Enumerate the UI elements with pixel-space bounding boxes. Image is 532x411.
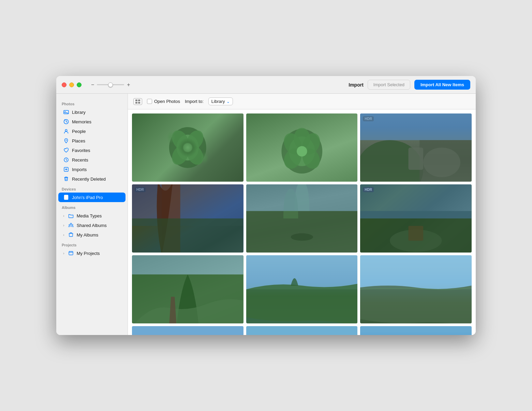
photo-overlay-1: [132, 113, 243, 182]
sidebar-label-places: Places: [72, 138, 85, 143]
sidebar-item-places[interactable]: Places: [58, 136, 125, 146]
photo-cell-7[interactable]: [132, 255, 243, 323]
photo-cell-9[interactable]: [360, 255, 472, 323]
library-select[interactable]: Library ⌄: [208, 97, 233, 105]
sidebar-label-my-albums: My Albums: [77, 232, 99, 238]
minimize-button[interactable]: [69, 82, 74, 87]
close-button[interactable]: [62, 82, 66, 87]
sidebar-item-recents[interactable]: Recents: [58, 155, 125, 165]
import-selected-button[interactable]: Import Selected: [368, 80, 410, 90]
svg-point-47: [390, 230, 442, 252]
zoom-out-button[interactable]: −: [91, 82, 94, 88]
sidebar-item-people[interactable]: People: [58, 126, 125, 136]
svg-rect-45: [360, 211, 472, 253]
svg-rect-51: [246, 255, 358, 289]
photo-cell-5[interactable]: [246, 184, 358, 253]
sidebar-label-shared-albums: Shared Albums: [77, 223, 107, 228]
sidebar-item-my-projects[interactable]: › My Projects: [58, 248, 125, 258]
expand-icon-2: ›: [63, 223, 64, 227]
sidebar-label-memories: Memories: [72, 119, 91, 124]
photo-overlay-9: [360, 255, 472, 323]
sidebar-label-library: Library: [72, 110, 86, 115]
svg-point-19: [169, 127, 206, 168]
zoom-in-button[interactable]: +: [127, 82, 130, 88]
svg-rect-15: [135, 100, 137, 101]
svg-point-12: [72, 225, 73, 226]
photo-cell-12[interactable]: [360, 326, 472, 335]
sidebar-label-ipad-pro: John's iPad Pro: [72, 195, 103, 200]
photo-overlay-12: [360, 326, 472, 335]
svg-point-28: [280, 130, 305, 157]
photo-cell-3[interactable]: HDR: [360, 113, 472, 182]
photo-cell-6[interactable]: HDR: [360, 184, 472, 253]
sidebar-item-recently-deleted[interactable]: Recently Deleted: [58, 174, 125, 184]
svg-rect-36: [420, 140, 472, 182]
sidebar-item-my-albums[interactable]: › My Albums: [58, 230, 125, 240]
sidebar-label-imports: Imports: [72, 167, 87, 172]
open-photos-option: Open Photos: [147, 99, 180, 104]
import-all-button[interactable]: Import All New Items: [414, 80, 470, 90]
photo-cell-11[interactable]: [246, 326, 358, 335]
svg-rect-13: [69, 233, 73, 237]
svg-rect-14: [69, 252, 73, 255]
sidebar-item-media-types[interactable]: › Media Types: [58, 211, 125, 220]
sidebar-item-favorites[interactable]: Favorites: [58, 146, 125, 155]
people-icon: [63, 128, 69, 134]
svg-point-22: [183, 127, 207, 153]
photo-overlay-2: [246, 113, 358, 182]
main-window: − + Import Import Selected Import All Ne…: [56, 76, 476, 335]
photo-overlay-8: [246, 255, 358, 323]
photo-cell-8[interactable]: [246, 255, 358, 323]
hdr-badge-4: HDR: [135, 187, 146, 192]
svg-point-3: [65, 130, 67, 132]
maximize-button[interactable]: [77, 82, 82, 87]
svg-point-10: [70, 223, 72, 225]
svg-rect-49: [132, 255, 243, 274]
grid-view-button[interactable]: [133, 98, 142, 105]
photo-cell-2[interactable]: [246, 113, 358, 182]
svg-rect-52: [360, 255, 472, 289]
svg-rect-40: [162, 184, 180, 253]
svg-point-23: [168, 142, 192, 168]
svg-rect-8: [65, 196, 68, 199]
content-toolbar: Open Photos Import to: Library ⌄: [128, 94, 476, 109]
svg-rect-17: [135, 102, 137, 104]
expand-icon-3: ›: [63, 233, 64, 237]
svg-point-21: [168, 127, 192, 153]
svg-point-4: [66, 140, 67, 141]
sidebar: Photos Library: [56, 94, 128, 335]
expand-icon: ›: [63, 214, 64, 218]
sidebar-label-favorites: Favorites: [72, 148, 90, 153]
sidebar-item-ipad-pro[interactable]: John's iPad Pro: [58, 193, 125, 202]
svg-rect-43: [246, 184, 358, 211]
svg-rect-55: [360, 326, 472, 335]
sidebar-section-devices: Devices John's iPad Pro: [56, 184, 128, 202]
svg-point-20: [177, 135, 199, 161]
svg-point-30: [294, 128, 310, 149]
sidebar-item-shared-albums[interactable]: › Shared Albums: [58, 220, 125, 230]
main-content: Photos Library: [56, 94, 476, 335]
svg-point-31: [281, 146, 304, 172]
open-photos-label: Open Photos: [154, 99, 180, 104]
zoom-slider[interactable]: [97, 84, 124, 85]
sidebar-item-memories[interactable]: Memories: [58, 117, 125, 126]
photo-cell-1[interactable]: [132, 113, 243, 182]
photo-cell-10[interactable]: [132, 326, 243, 335]
svg-point-37: [423, 148, 460, 177]
svg-rect-54: [246, 326, 358, 335]
photo-overlay-11: [246, 326, 358, 335]
favorites-icon: [63, 147, 69, 153]
sidebar-label-media-types: Media Types: [77, 213, 102, 218]
sidebar-item-imports[interactable]: Imports: [58, 165, 125, 174]
photo-cell-4[interactable]: HDR: [132, 184, 243, 253]
open-photos-checkbox[interactable]: [147, 99, 152, 104]
sidebar-label-recents: Recents: [72, 157, 88, 163]
photo-grid: HDR HDR: [128, 109, 476, 335]
expand-icon-4: ›: [63, 251, 64, 255]
memories-icon: [63, 119, 69, 125]
svg-rect-34: [360, 113, 472, 140]
sidebar-item-library[interactable]: Library: [58, 107, 125, 117]
svg-point-35: [360, 140, 423, 182]
svg-rect-48: [409, 226, 424, 241]
svg-point-32: [299, 146, 323, 172]
